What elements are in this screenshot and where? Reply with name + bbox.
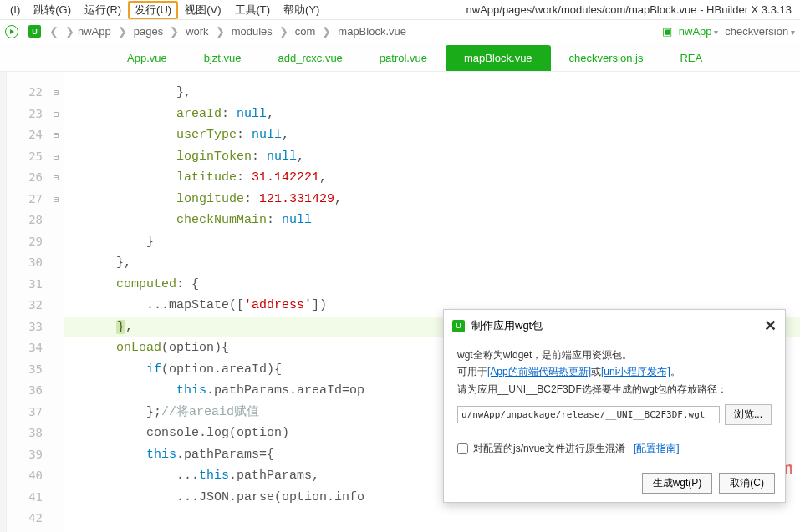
nav-fwd-icon[interactable]: ❯ <box>62 25 78 38</box>
line-number: 42 <box>7 508 43 529</box>
tab-bar: App.vuebjzt.vueadd_rcxc.vuepatrol.vuemap… <box>0 43 800 72</box>
dialog-desc-2-pre: 可用于 <box>457 366 487 377</box>
line-number: 26 <box>7 167 43 189</box>
tab[interactable]: App.vue <box>109 45 186 71</box>
breadcrumb-item[interactable]: pages <box>134 25 163 38</box>
console-icon[interactable]: ▣ <box>662 25 672 38</box>
fold-gutter[interactable]: ⊟⊟⊟⊟⊟⊟ <box>48 72 64 532</box>
chevron-right-icon: ❯ <box>115 25 130 38</box>
code-line[interactable]: }, <box>64 82 800 104</box>
menu-item[interactable]: 运行(R) <box>78 1 128 19</box>
close-icon[interactable]: ✕ <box>764 317 777 335</box>
line-number: 41 <box>7 487 43 509</box>
runconfig-dropdown[interactable]: checkversion <box>725 25 795 38</box>
dialog-app-icon: U <box>452 320 465 332</box>
dialog-desc-3: 请为应用__UNI__BC2F3DF选择要生成的wgt包的存放路径： <box>457 381 772 398</box>
link-hotupdate[interactable]: [App的前端代码热更新] <box>487 366 591 377</box>
menu-item[interactable]: (I) <box>3 2 27 18</box>
tab[interactable]: patrol.vue <box>361 45 446 71</box>
line-number: 29 <box>7 231 43 253</box>
nav-back-icon[interactable]: ❮ <box>46 25 62 38</box>
menu-bar: (I)跳转(G)运行(R)发行(U)视图(V)工具(T)帮助(Y)nwApp/p… <box>0 0 800 20</box>
tab[interactable]: checkversion.js <box>551 45 662 71</box>
code-line[interactable]: userType: null, <box>64 124 800 146</box>
menu-item[interactable]: 工具(T) <box>228 1 278 19</box>
line-number: 24 <box>7 124 43 146</box>
tab[interactable]: bjzt.vue <box>186 45 260 71</box>
link-guide[interactable]: [配置指南] <box>634 440 680 457</box>
dialog-titlebar: U 制作应用wgt包 ✕ <box>444 310 785 342</box>
obfuscate-checkbox[interactable] <box>457 443 468 454</box>
window-title: nwApp/pages/work/modules/com/mapBlock.vu… <box>466 3 797 16</box>
output-path-input[interactable] <box>457 406 720 423</box>
line-number: 23 <box>7 104 43 125</box>
line-number: 40 <box>7 465 43 487</box>
line-number: 38 <box>7 423 43 444</box>
fold-marker[interactable]: ⊟ <box>48 189 64 210</box>
fold-marker[interactable]: ⊟ <box>48 124 64 146</box>
menu-item[interactable]: 跳转(G) <box>27 1 78 19</box>
chevron-right-icon: ❯ <box>276 25 292 38</box>
wgt-dialog: U 制作应用wgt包 ✕ wgt全称为widget，是前端应用资源包。 可用于[… <box>443 309 786 503</box>
chevron-right-icon: ❯ <box>318 25 334 38</box>
breadcrumbs: nwApp❯pages❯work❯modules❯com❯mapBlock.vu… <box>78 25 406 38</box>
line-number: 31 <box>7 274 43 296</box>
chevron-right-icon: ❯ <box>166 25 182 38</box>
fold-marker[interactable]: ⊟ <box>48 167 64 189</box>
dialog-desc-2-mid: 或 <box>591 366 601 377</box>
breadcrumb-item[interactable]: nwApp <box>78 25 111 38</box>
code-line[interactable]: }, <box>64 252 800 274</box>
project-dropdown[interactable]: nwApp <box>679 25 719 38</box>
app-icon: U <box>28 25 41 38</box>
line-number: 34 <box>7 337 43 359</box>
line-number-gutter: 2223242526272829303132333435363738394041… <box>7 72 48 532</box>
line-number: 33 <box>7 317 43 338</box>
line-number: 39 <box>7 444 43 466</box>
line-number: 32 <box>7 295 43 317</box>
menu-item[interactable]: 帮助(Y) <box>277 1 326 19</box>
toolbar: U ❮ ❯ nwApp❯pages❯work❯modules❯com❯mapBl… <box>0 20 800 43</box>
fold-marker[interactable]: ⊟ <box>48 104 64 125</box>
tab[interactable]: add_rcxc.vue <box>260 45 361 71</box>
fold-marker[interactable]: ⊟ <box>48 146 64 168</box>
code-line[interactable]: areaId: null, <box>64 104 800 125</box>
code-line[interactable]: checkNumMain: null <box>64 210 800 231</box>
line-number: 25 <box>7 146 43 168</box>
menu-item[interactable]: 视图(V) <box>178 1 227 19</box>
code-line[interactable]: } <box>64 231 800 253</box>
fold-marker[interactable]: ⊟ <box>48 82 64 104</box>
breadcrumb-item[interactable]: mapBlock.vue <box>338 25 406 38</box>
line-number: 30 <box>7 252 43 274</box>
dialog-desc-2-post: 。 <box>670 366 680 377</box>
tab[interactable]: mapBlock.vue <box>446 45 551 71</box>
tab[interactable]: REA <box>661 45 721 71</box>
breadcrumb-item[interactable]: com <box>295 25 316 38</box>
dialog-title: 制作应用wgt包 <box>471 318 543 333</box>
obfuscate-label: 对配置的js/nvue文件进行原生混淆 <box>473 440 625 457</box>
menu-item[interactable]: 发行(U) <box>128 1 178 19</box>
code-line[interactable]: longitude: 121.331429, <box>64 189 800 210</box>
left-gutter-strip <box>0 72 7 532</box>
line-number: 35 <box>7 359 43 381</box>
dialog-desc-1: wgt全称为widget，是前端应用资源包。 <box>457 347 772 363</box>
line-number: 28 <box>7 210 43 231</box>
run-icon[interactable] <box>5 25 18 38</box>
cancel-button[interactable]: 取消(C) <box>719 473 775 494</box>
link-unipublish[interactable]: [uni小程序发布] <box>601 366 670 377</box>
code-line[interactable]: loginToken: null, <box>64 146 800 168</box>
chevron-right-icon: ❯ <box>212 25 228 38</box>
line-number: 27 <box>7 189 43 210</box>
generate-button[interactable]: 生成wgt(P) <box>642 473 713 494</box>
code-line[interactable]: latitude: 31.142221, <box>64 167 800 189</box>
breadcrumb-item[interactable]: modules <box>232 25 273 38</box>
breadcrumb-item[interactable]: work <box>186 25 208 38</box>
line-number: 22 <box>7 82 43 104</box>
line-number: 36 <box>7 380 43 402</box>
line-number: 37 <box>7 402 43 423</box>
dialog-desc-2: 可用于[App的前端代码热更新]或[uni小程序发布]。 <box>457 363 772 380</box>
browse-button[interactable]: 浏览... <box>725 404 772 425</box>
code-line[interactable]: computed: { <box>64 274 800 296</box>
